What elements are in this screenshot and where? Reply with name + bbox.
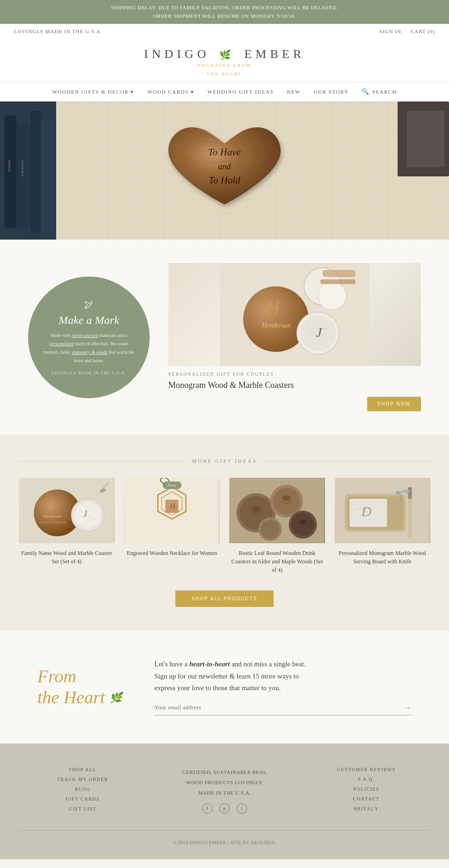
svg-rect-52 — [318, 282, 346, 310]
bird-icon: 🕊 — [84, 299, 94, 310]
mid-section: 🕊 Make a Mark Made with earth-sourced ma… — [0, 240, 449, 435]
tagline: LOVINGLY MADE IN THE U.S.A. — [14, 29, 102, 34]
svg-rect-46 — [407, 111, 444, 167]
product-card-3[interactable]: Rustic Leaf Round Wooden Drink Coasters … — [229, 478, 325, 574]
shipping-banner: SHIPPING DELAY: DUE TO FAMILY VACATION, … — [0, 0, 449, 24]
svg-rect-90 — [408, 487, 412, 499]
banner-line1: SHIPPING DELAY: DUE TO FAMILY VACATION, … — [9, 4, 440, 12]
nav-search[interactable]: 🔍 Search — [362, 88, 397, 95]
cart-link[interactable]: CART (0) — [411, 29, 435, 34]
mark-description: Made with earth-sourced materials and a … — [42, 331, 136, 365]
submit-arrow[interactable]: → — [403, 703, 412, 713]
product-name-2: Engraved Wooden Necklace for Women — [124, 549, 220, 557]
logo-sub1: ENGRAVED FROM — [0, 61, 449, 70]
footer-link-reviews[interactable]: CUSTOMER REVIEWS — [303, 767, 430, 772]
svg-point-83 — [261, 520, 280, 539]
instagram-icon[interactable]: i — [237, 803, 247, 814]
footer-link-gift-cards[interactable]: GIFT CARDS — [19, 796, 146, 802]
svg-rect-59 — [323, 270, 355, 277]
nav-new[interactable]: NEW — [287, 89, 301, 95]
facebook-icon[interactable]: f — [202, 803, 212, 814]
svg-text:H: H — [170, 502, 176, 510]
hero-section: WORDS THE DAYS — [0, 102, 449, 240]
top-bar: LOVINGLY MADE IN THE U.S.A. SIGN IN CART… — [0, 24, 449, 39]
footer-link-shop-all[interactable]: SHOP ALL — [19, 767, 146, 772]
coasters-svg: H Henderson J — [168, 263, 421, 366]
footer-right-col: CUSTOMER REVIEWS F.A.Q. POLICIES CONTACT… — [303, 767, 430, 816]
svg-text:THE DAYS: THE DAYS — [21, 160, 24, 176]
main-nav: WOODEN GIFTS & DECOR ▾ WOOD CARDS ▾ WEDD… — [0, 82, 449, 102]
svg-text:Henderson: Henderson — [43, 514, 62, 518]
email-input[interactable] — [154, 704, 403, 711]
footer-left-col: SHOP ALL TRACK MY ORDER BLOG GIFT CARDS … — [19, 767, 146, 816]
logo-subtitle: ENGRAVED FROM THE HEART — [0, 61, 449, 78]
footer-link-blog[interactable]: BLOG — [19, 787, 146, 792]
footer-link-faq[interactable]: F.A.Q. — [303, 777, 430, 782]
footer-copyright: © 2018 INDIGO EMBER / SITE BY AEOLIDIA. — [19, 830, 430, 845]
featured-product: H Henderson J PERSONALIZED GIFT FOR COUP… — [168, 263, 421, 411]
svg-rect-60 — [320, 279, 355, 284]
newsletter-content: Let's have a heart-to-heart and not miss… — [154, 658, 412, 715]
footer: SHOP ALL TRACK MY ORDER BLOG GIFT CARDS … — [0, 744, 449, 859]
newsletter-logo-line1: From — [37, 666, 131, 687]
newsletter-section: From the Heart 🌿 Let's have a heart-to-h… — [0, 630, 449, 744]
nav-wedding-gifts[interactable]: WEDDING GIFT IDEAS — [207, 89, 274, 95]
product-name: Monogram Wood & Marble Coasters — [168, 379, 421, 391]
svg-text:Henderson: Henderson — [261, 322, 290, 329]
product-card-4[interactable]: D Personalized Monogram Marble Wood Serv… — [334, 478, 430, 574]
shop-all-button[interactable]: SHOP ALL PRODUCTS — [175, 591, 274, 607]
social-icons: f p i — [160, 803, 288, 814]
svg-text:H: H — [49, 501, 56, 510]
hero-svg: WORDS THE DAYS — [0, 102, 449, 240]
product-category: PERSONALIZED GIFT FOR COUPLES — [168, 372, 421, 377]
nav-our-story[interactable]: OUR STORY — [314, 89, 349, 95]
product-name-4: Personalized Monogram Marble Wood Servin… — [334, 549, 430, 566]
make-a-mark-circle: 🕊 Make a Mark Made with earth-sourced ma… — [28, 277, 150, 398]
product-card-2[interactable]: New H Engraved Wooden Necklace for Women — [124, 478, 220, 574]
logo-leaf-icon: 🌿 — [219, 50, 235, 60]
search-label: Search — [372, 89, 397, 95]
products-grid: H Henderson ELLA & WILLIAM J Family Name… — [19, 478, 430, 574]
product-name-3: Rustic Leaf Round Wooden Drink Coasters … — [229, 549, 325, 574]
footer-link-privacy[interactable]: PRIVACY — [303, 806, 430, 811]
product-image-2: New H — [124, 478, 220, 543]
mark-made-in-usa: LOVINGLY MADE IN THE U.S.A. — [51, 371, 126, 375]
nav-wooden-gifts[interactable]: WOODEN GIFTS & DECOR ▾ — [52, 89, 134, 95]
footer-grid: SHOP ALL TRACK MY ORDER BLOG GIFT CARDS … — [19, 767, 430, 816]
product-card-1[interactable]: H Henderson ELLA & WILLIAM J Family Name… — [19, 478, 115, 574]
product-image-1: H Henderson ELLA & WILLIAM J — [19, 478, 115, 543]
newsletter-text: Let's have a heart-to-heart and not miss… — [154, 658, 412, 694]
svg-text:J: J — [83, 509, 88, 519]
footer-link-gift-list[interactable]: GIFT LIST — [19, 806, 146, 811]
new-badge: New — [163, 481, 181, 489]
svg-rect-41 — [30, 111, 41, 233]
footer-link-track[interactable]: TRACK MY ORDER — [19, 777, 146, 782]
footer-link-contact[interactable]: CONTACT — [303, 796, 430, 802]
gift-ideas-section: MORE GIFT IDEAS H Henderson ELLA & WI — [0, 435, 449, 630]
shop-now-button[interactable]: SHOP NOW — [367, 397, 421, 411]
product-image-4: D — [334, 478, 430, 543]
logo-ember: EMBER — [244, 47, 305, 61]
hero-inner: WORDS THE DAYS — [0, 102, 449, 240]
svg-text:To Hold: To Hold — [209, 175, 240, 186]
signin-link[interactable]: SIGN IN — [379, 29, 401, 34]
logo-title[interactable]: INDIGO 🌿 EMBER — [0, 47, 449, 61]
section-title: MORE GIFT IDEAS — [19, 458, 430, 464]
pinterest-icon[interactable]: p — [219, 803, 230, 814]
product-3-svg — [229, 478, 325, 543]
newsletter-leaf-icon: 🌿 — [109, 692, 122, 704]
svg-point-67 — [75, 502, 101, 528]
logo-brand: INDIGO — [144, 47, 210, 61]
logo-area: INDIGO 🌿 EMBER ENGRAVED FROM THE HEART — [0, 39, 449, 82]
svg-text:and: and — [218, 162, 232, 171]
featured-product-image: H Henderson J — [168, 263, 421, 366]
svg-text:H: H — [266, 297, 281, 318]
banner-line2: ORDER SHIPMENT WILL RESUME ON MONDAY, 9/… — [9, 12, 440, 21]
newsletter-logo-line2: the Heart — [37, 687, 105, 708]
footer-link-policies[interactable]: POLICIES — [303, 787, 430, 792]
section-title-text: MORE GIFT IDEAS — [192, 458, 257, 464]
product-name-1: Family Name Wood and Marble Coaster Set … — [19, 549, 115, 566]
product-1-svg: H Henderson ELLA & WILLIAM J — [19, 478, 115, 543]
nav-wood-cards[interactable]: WOOD CARDS ▾ — [147, 89, 194, 95]
newsletter-form: → — [154, 703, 412, 715]
